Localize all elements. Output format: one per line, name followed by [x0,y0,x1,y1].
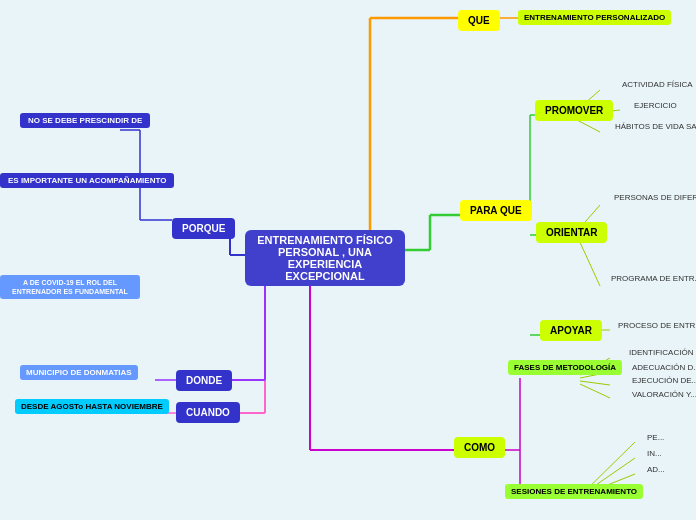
proceso-entr-label: PROCESO DE ENTR... [618,321,696,330]
importante-acomp-node[interactable]: ES IMPORTANTE UN ACOMPAÑAMIENTO [0,173,174,188]
actividad-fisica-label: ACTIVIDAD FÍSICA [622,80,693,89]
orientar-node[interactable]: ORIENTAR [536,222,607,243]
svg-line-32 [578,238,600,286]
para-que-node[interactable]: PARA QUE [460,200,532,221]
mind-map: ENTRENAMIENTO FÍSICO PERSONAL , UNA EXPE… [0,0,696,520]
pe-label: PE... [647,433,664,442]
donde-node[interactable]: DONDE [176,370,232,391]
in-label: IN... [647,449,662,458]
cuando-node[interactable]: CUANDO [176,402,240,423]
desde-hasta-node[interactable]: DESDE AGOSTo HASTA NOVIEMBRE [15,399,169,414]
fases-metodologia-node[interactable]: FASES DE METODOLOGÍA [508,360,622,375]
municipio-node[interactable]: MUNICIPIO DE DONMATIAS [20,365,138,380]
habitos-label: HÁBITOS DE VIDA SA... [615,122,696,131]
center-node[interactable]: ENTRENAMIENTO FÍSICO PERSONAL , UNA EXPE… [245,230,405,286]
valoracion-label: VALORACIÓN Y... [632,390,696,399]
identificacion-label: IDENTIFICACIÓN USUARIO [629,348,696,357]
covid-rol-node[interactable]: A DE COVID-19 EL ROL DEL ENTRENADOR ES F… [0,275,140,299]
svg-line-40 [580,381,610,385]
promover-node[interactable]: PROMOVER [535,100,613,121]
personas-dif-label: PERSONAS DE DIFERE... [614,193,696,202]
svg-line-30 [577,120,600,132]
no-se-debe-node[interactable]: NO SE DEBE PRESCINDIR DE [20,113,150,128]
que-node[interactable]: QUE [458,10,500,31]
apoyar-node[interactable]: APOYAR [540,320,602,341]
programa-entr-label: PROGRAMA DE ENTR... [611,274,696,283]
como-node[interactable]: COMO [454,437,505,458]
ad-label: AD... [647,465,665,474]
entrenamiento-personalizado-node[interactable]: ENTRENAMIENTO PERSONALIZADO [518,10,671,25]
sesiones-entrenamiento-node[interactable]: SESIONES DE ENTRENAMIENTO [505,484,643,499]
svg-line-41 [580,384,610,398]
porque-node[interactable]: PORQUE [172,218,235,239]
ejecucion-label: EJECUCIÓN DE... [632,376,696,385]
adecuacion-label: ADECUACIÓN D... [632,363,696,372]
ejercicio-label: EJERCICIO [634,101,677,110]
